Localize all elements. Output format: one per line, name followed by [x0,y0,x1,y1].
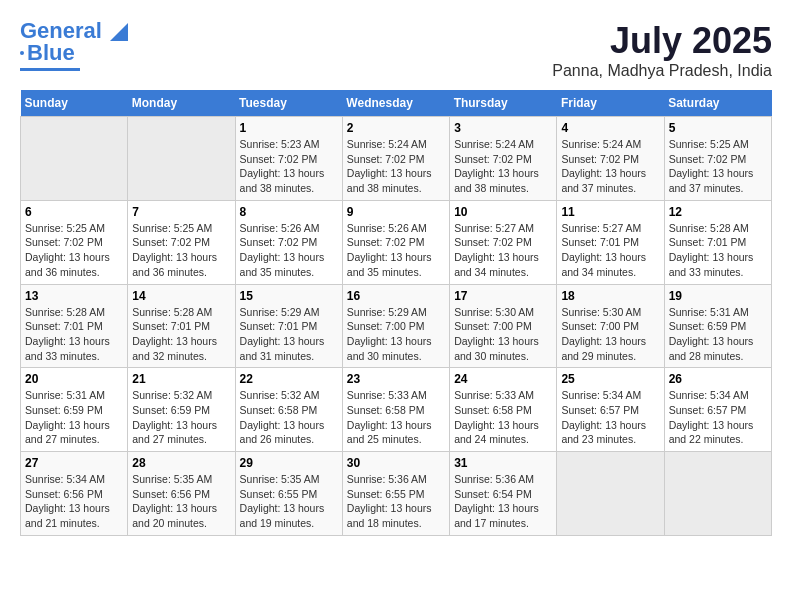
day-number: 5 [669,121,767,135]
day-number: 20 [25,372,123,386]
calendar-cell: 25 Sunrise: 5:34 AMSunset: 6:57 PMDaylig… [557,368,664,452]
calendar-cell: 30 Sunrise: 5:36 AMSunset: 6:55 PMDaylig… [342,452,449,536]
header-day-saturday: Saturday [664,90,771,117]
day-info: Sunrise: 5:31 AMSunset: 6:59 PMDaylight:… [25,389,110,445]
day-info: Sunrise: 5:31 AMSunset: 6:59 PMDaylight:… [669,306,754,362]
calendar-cell: 11 Sunrise: 5:27 AMSunset: 7:01 PMDaylig… [557,200,664,284]
day-info: Sunrise: 5:32 AMSunset: 6:59 PMDaylight:… [132,389,217,445]
calendar-week-3: 13 Sunrise: 5:28 AMSunset: 7:01 PMDaylig… [21,284,772,368]
calendar-cell [664,452,771,536]
day-number: 13 [25,289,123,303]
day-info: Sunrise: 5:30 AMSunset: 7:00 PMDaylight:… [561,306,646,362]
header-day-sunday: Sunday [21,90,128,117]
calendar-cell: 14 Sunrise: 5:28 AMSunset: 7:01 PMDaylig… [128,284,235,368]
calendar-header-row: SundayMondayTuesdayWednesdayThursdayFrid… [21,90,772,117]
day-info: Sunrise: 5:28 AMSunset: 7:01 PMDaylight:… [25,306,110,362]
day-number: 18 [561,289,659,303]
day-number: 19 [669,289,767,303]
calendar-cell: 26 Sunrise: 5:34 AMSunset: 6:57 PMDaylig… [664,368,771,452]
header-day-wednesday: Wednesday [342,90,449,117]
day-number: 7 [132,205,230,219]
title-block: July 2025 Panna, Madhya Pradesh, India [552,20,772,80]
day-number: 26 [669,372,767,386]
day-number: 8 [240,205,338,219]
calendar-cell: 2 Sunrise: 5:24 AMSunset: 7:02 PMDayligh… [342,117,449,201]
calendar-cell: 20 Sunrise: 5:31 AMSunset: 6:59 PMDaylig… [21,368,128,452]
calendar-cell: 8 Sunrise: 5:26 AMSunset: 7:02 PMDayligh… [235,200,342,284]
logo-text: General [20,20,128,42]
calendar-body: 1 Sunrise: 5:23 AMSunset: 7:02 PMDayligh… [21,117,772,536]
day-info: Sunrise: 5:29 AMSunset: 7:00 PMDaylight:… [347,306,432,362]
calendar-cell: 16 Sunrise: 5:29 AMSunset: 7:00 PMDaylig… [342,284,449,368]
day-info: Sunrise: 5:28 AMSunset: 7:01 PMDaylight:… [132,306,217,362]
calendar-cell: 4 Sunrise: 5:24 AMSunset: 7:02 PMDayligh… [557,117,664,201]
day-info: Sunrise: 5:24 AMSunset: 7:02 PMDaylight:… [347,138,432,194]
day-info: Sunrise: 5:33 AMSunset: 6:58 PMDaylight:… [347,389,432,445]
calendar-week-2: 6 Sunrise: 5:25 AMSunset: 7:02 PMDayligh… [21,200,772,284]
day-number: 28 [132,456,230,470]
day-info: Sunrise: 5:25 AMSunset: 7:02 PMDaylight:… [669,138,754,194]
calendar-cell: 6 Sunrise: 5:25 AMSunset: 7:02 PMDayligh… [21,200,128,284]
calendar-cell: 15 Sunrise: 5:29 AMSunset: 7:01 PMDaylig… [235,284,342,368]
calendar-cell: 1 Sunrise: 5:23 AMSunset: 7:02 PMDayligh… [235,117,342,201]
header-day-thursday: Thursday [450,90,557,117]
day-number: 24 [454,372,552,386]
day-info: Sunrise: 5:26 AMSunset: 7:02 PMDaylight:… [240,222,325,278]
calendar-cell [557,452,664,536]
day-info: Sunrise: 5:25 AMSunset: 7:02 PMDaylight:… [25,222,110,278]
day-info: Sunrise: 5:25 AMSunset: 7:02 PMDaylight:… [132,222,217,278]
day-info: Sunrise: 5:34 AMSunset: 6:56 PMDaylight:… [25,473,110,529]
day-info: Sunrise: 5:30 AMSunset: 7:00 PMDaylight:… [454,306,539,362]
day-info: Sunrise: 5:35 AMSunset: 6:56 PMDaylight:… [132,473,217,529]
calendar-cell: 21 Sunrise: 5:32 AMSunset: 6:59 PMDaylig… [128,368,235,452]
calendar-cell [21,117,128,201]
calendar-cell: 28 Sunrise: 5:35 AMSunset: 6:56 PMDaylig… [128,452,235,536]
day-number: 21 [132,372,230,386]
day-number: 15 [240,289,338,303]
logo: General Blue [20,20,128,71]
calendar-title: July 2025 [552,20,772,62]
calendar-cell: 18 Sunrise: 5:30 AMSunset: 7:00 PMDaylig… [557,284,664,368]
calendar-cell: 31 Sunrise: 5:36 AMSunset: 6:54 PMDaylig… [450,452,557,536]
calendar-cell: 17 Sunrise: 5:30 AMSunset: 7:00 PMDaylig… [450,284,557,368]
day-number: 17 [454,289,552,303]
day-info: Sunrise: 5:27 AMSunset: 7:01 PMDaylight:… [561,222,646,278]
logo-blue: Blue [27,40,75,66]
day-info: Sunrise: 5:28 AMSunset: 7:01 PMDaylight:… [669,222,754,278]
day-number: 25 [561,372,659,386]
calendar-week-5: 27 Sunrise: 5:34 AMSunset: 6:56 PMDaylig… [21,452,772,536]
day-number: 23 [347,372,445,386]
day-info: Sunrise: 5:24 AMSunset: 7:02 PMDaylight:… [454,138,539,194]
calendar-week-1: 1 Sunrise: 5:23 AMSunset: 7:02 PMDayligh… [21,117,772,201]
day-info: Sunrise: 5:26 AMSunset: 7:02 PMDaylight:… [347,222,432,278]
day-number: 22 [240,372,338,386]
day-number: 30 [347,456,445,470]
day-info: Sunrise: 5:27 AMSunset: 7:02 PMDaylight:… [454,222,539,278]
day-info: Sunrise: 5:35 AMSunset: 6:55 PMDaylight:… [240,473,325,529]
day-info: Sunrise: 5:36 AMSunset: 6:54 PMDaylight:… [454,473,539,529]
svg-marker-0 [110,23,128,41]
day-number: 29 [240,456,338,470]
header-day-tuesday: Tuesday [235,90,342,117]
calendar-cell: 27 Sunrise: 5:34 AMSunset: 6:56 PMDaylig… [21,452,128,536]
header-day-friday: Friday [557,90,664,117]
day-number: 11 [561,205,659,219]
day-info: Sunrise: 5:34 AMSunset: 6:57 PMDaylight:… [669,389,754,445]
calendar-cell: 9 Sunrise: 5:26 AMSunset: 7:02 PMDayligh… [342,200,449,284]
day-number: 12 [669,205,767,219]
calendar-cell: 24 Sunrise: 5:33 AMSunset: 6:58 PMDaylig… [450,368,557,452]
calendar-week-4: 20 Sunrise: 5:31 AMSunset: 6:59 PMDaylig… [21,368,772,452]
day-info: Sunrise: 5:32 AMSunset: 6:58 PMDaylight:… [240,389,325,445]
day-number: 10 [454,205,552,219]
day-number: 3 [454,121,552,135]
calendar-cell: 12 Sunrise: 5:28 AMSunset: 7:01 PMDaylig… [664,200,771,284]
page-header: General Blue July 2025 Panna, Madhya Pra… [20,20,772,80]
day-number: 6 [25,205,123,219]
calendar-subtitle: Panna, Madhya Pradesh, India [552,62,772,80]
day-number: 1 [240,121,338,135]
day-number: 14 [132,289,230,303]
calendar-cell: 23 Sunrise: 5:33 AMSunset: 6:58 PMDaylig… [342,368,449,452]
calendar-cell: 10 Sunrise: 5:27 AMSunset: 7:02 PMDaylig… [450,200,557,284]
day-info: Sunrise: 5:34 AMSunset: 6:57 PMDaylight:… [561,389,646,445]
day-info: Sunrise: 5:24 AMSunset: 7:02 PMDaylight:… [561,138,646,194]
